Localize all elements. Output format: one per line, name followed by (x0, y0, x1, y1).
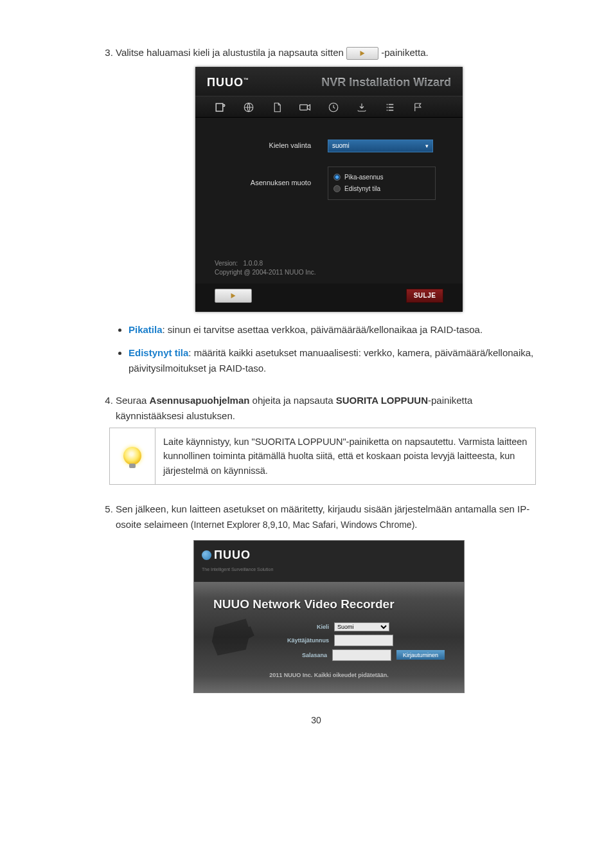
step-5: Sen jälkeen, kun laitteen asetukset on m… (116, 502, 542, 693)
login-globe-icon (202, 550, 211, 560)
login-logo: ΠUUO (202, 546, 456, 565)
bullet-quick-mode: Pikatila: sinun ei tarvitse asettaa verk… (129, 322, 542, 338)
login-footer: 2011 NUUO Inc. Kaikki oikeudet pidätetää… (213, 664, 445, 683)
next-arrow-button-inline (346, 47, 378, 60)
list-icon (383, 100, 397, 114)
login-tagline: The Intelligent Surveillance Solution (202, 566, 456, 573)
page-number: 30 (90, 715, 542, 725)
step-icon-1 (213, 100, 227, 114)
flag-icon (411, 100, 425, 114)
install-mode-group: Pika-asennus Edistynyt tila (328, 167, 436, 200)
svg-rect-3 (300, 105, 308, 110)
globe-icon (242, 100, 256, 114)
svg-rect-0 (216, 104, 223, 111)
document-icon (270, 100, 284, 114)
radio-advanced-mode[interactable]: Edistynyt tila (333, 184, 430, 194)
lightbulb-icon (110, 428, 155, 484)
login-lang-select[interactable]: Suomi (334, 622, 389, 631)
advanced-mode-name: Edistynyt tila (129, 347, 188, 358)
wizard-close-button[interactable]: SULJE (406, 289, 443, 303)
language-select[interactable]: suomi (328, 140, 433, 152)
login-lang-label: Kieli (284, 622, 329, 631)
step-3: Valitse haluamasi kieli ja alustustila j… (116, 45, 542, 376)
login-pass-input[interactable] (332, 649, 391, 661)
login-user-input[interactable] (334, 635, 393, 646)
step-3-text-a: Valitse haluamasi kieli ja alustustila j… (116, 47, 346, 58)
login-user-label: Käyttäjätunnus (284, 636, 329, 645)
camera-icon (298, 100, 312, 114)
wizard-next-button[interactable] (215, 289, 252, 303)
step-3-text-b: -painiketta. (381, 47, 428, 58)
bullet-advanced-mode: Edistynyt tila: määritä kaikki asetukset… (129, 345, 542, 376)
clock-icon (326, 100, 341, 114)
wizard-version-info: Version: 1.0.0.8 Copyright @ 2004-2011 N… (195, 259, 463, 284)
login-submit-button[interactable]: Kirjautuminen (396, 650, 445, 660)
note-box: Laite käynnistyy, kun "SUORITA LOPPUUN"-… (109, 428, 536, 485)
quick-mode-name: Pikatila (129, 324, 163, 335)
camera-silhouette-icon (206, 610, 263, 667)
wizard-logo: ΠUUO™ (207, 73, 249, 92)
step-4: Seuraa Asennusapuohjelman ohjeita ja nap… (116, 393, 542, 485)
svg-point-1 (223, 104, 225, 106)
note-text: Laite käynnistyy, kun "SUORITA LOPPUUN"-… (155, 428, 536, 484)
download-icon (355, 100, 369, 114)
login-pass-label: Salasana (284, 651, 327, 660)
wizard-step-icons (195, 96, 463, 118)
login-screenshot: ΠUUO The Intelligent Surveillance Soluti… (193, 540, 465, 693)
install-mode-label: Asennuksen muoto (215, 177, 328, 189)
language-select-label: Kielen valinta (215, 140, 328, 152)
wizard-title: NVR Installation Wizard (321, 73, 451, 92)
radio-quick-install[interactable]: Pika-asennus (333, 172, 430, 183)
wizard-screenshot: ΠUUO™ NVR Installation Wizard Kielen val… (195, 67, 463, 312)
